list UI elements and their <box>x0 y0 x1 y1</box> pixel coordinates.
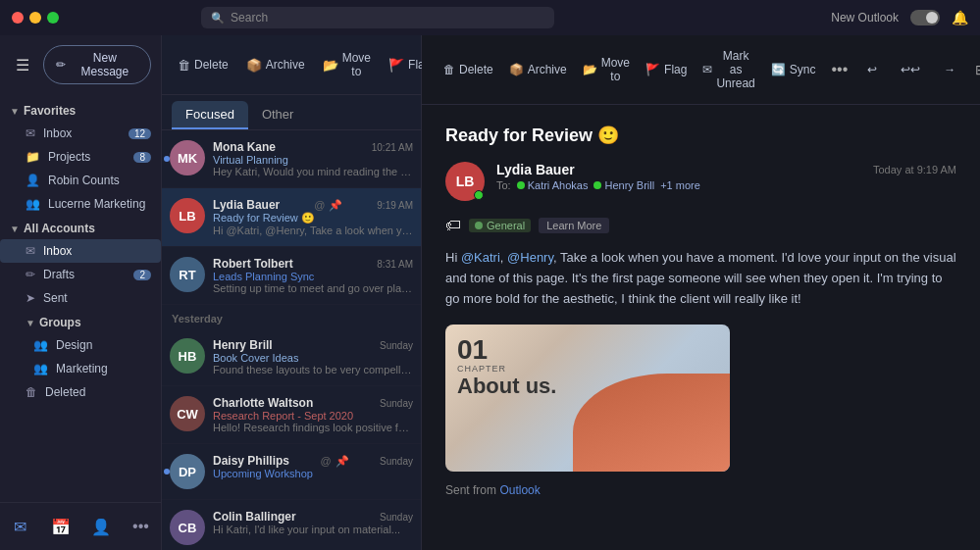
mark-unread-button[interactable]: ✉ Mark as Unread <box>696 45 760 94</box>
learn-more-button[interactable]: Learn More <box>539 218 609 233</box>
email-sender: Daisy Phillips <box>213 454 289 468</box>
email-item-colin-ballinger[interactable]: CB Colin Ballinger Sunday Hi Katri, I'd … <box>162 500 421 550</box>
sent-icon: ➤ <box>26 291 35 305</box>
email-sender: Charlotte Waltson <box>213 396 313 410</box>
email-content: Daisy Phillips @ 📌 Sunday Upcoming Works… <box>213 454 413 479</box>
sidebar-item-lucerne[interactable]: 👥 Lucerne Marketing <box>0 192 161 216</box>
marketing-label: Marketing <box>56 362 151 375</box>
email-header: Robert Tolbert 8:31 AM <box>213 257 413 271</box>
email-content: Charlotte Waltson Sunday Research Report… <box>213 396 413 433</box>
delete-email-label: Delete <box>459 63 493 76</box>
new-outlook-label: New Outlook <box>831 11 899 25</box>
mark-unread-icon: ✉ <box>702 63 712 76</box>
calendar-nav-button[interactable]: 📅 <box>45 511 77 542</box>
email-content: Mona Kane 10:21 AM Virtual Planning Hey … <box>213 140 413 177</box>
archive-button[interactable]: 📦 Archive <box>240 54 311 76</box>
email-item-daisy-phillips[interactable]: DP Daisy Phillips @ 📌 Sunday Upcoming Wo… <box>162 444 421 500</box>
email-time: 9:19 AM <box>377 200 413 211</box>
minimize-dot[interactable] <box>29 12 41 24</box>
sidebar-item-marketing[interactable]: 👥 Marketing <box>0 357 161 380</box>
notifications-icon[interactable]: 🔔 <box>952 10 968 25</box>
tab-other[interactable]: Other <box>248 101 308 129</box>
move-to-button[interactable]: 📂 Move to <box>317 47 377 82</box>
people-nav-button[interactable]: 👤 <box>85 511 117 542</box>
email-time: Sunday <box>380 456 413 467</box>
sent-from: Sent from Outlook <box>445 483 956 497</box>
favorites-section[interactable]: ▼ Favorites <box>0 98 161 122</box>
hamburger-button[interactable]: ☰ <box>10 51 35 78</box>
email-item-henry-brill[interactable]: HB Henry Brill Sunday Book Cover Ideas F… <box>162 328 421 386</box>
recipient-more: +1 more <box>660 179 700 191</box>
move-to-label: Move to <box>342 51 371 78</box>
projects-badge: 8 <box>133 152 151 163</box>
inbox-icon-main: ✉ <box>26 244 35 258</box>
reading-toolbar-right: ↩ ↩↩ → ⊞ <box>857 58 980 81</box>
sent-from-app[interactable]: Outlook <box>499 483 540 497</box>
grid-view-button[interactable]: ⊞ <box>969 58 980 81</box>
email-item-mona-kane[interactable]: MK Mona Kane 10:21 AM Virtual Planning H… <box>162 130 421 188</box>
email-preview: Hi @Katri, @Henry, Take a look when you … <box>213 225 413 236</box>
email-subject-title: Ready for Review 🙂 <box>445 125 956 146</box>
recipients-row: To: Katri Ahokas Henry Brill +1 more <box>496 179 956 191</box>
sidebar-item-robin-counts[interactable]: 👤 Robin Counts <box>0 169 161 192</box>
forward-button[interactable]: → <box>934 58 965 81</box>
maximize-dot[interactable] <box>47 12 59 24</box>
archive-icon: 📦 <box>509 63 524 76</box>
reply-all-button[interactable]: ↩↩ <box>891 58 930 81</box>
sidebar-bottom-nav: ✉ 📅 👤 ••• <box>0 502 161 550</box>
main-layout: ☰ ✏ New Message ▼ Favorites ✉ Inbox 12 📁… <box>0 35 980 550</box>
chapter-label: 01 Chapter <box>457 336 506 374</box>
delete-button[interactable]: 🗑 Delete <box>172 54 234 76</box>
mention-katri[interactable]: @Katri <box>461 250 500 265</box>
groups-section[interactable]: ▼ Groups <box>0 310 161 333</box>
lucerne-label: Lucerne Marketing <box>48 197 151 211</box>
archive-email-button[interactable]: 📦 Archive <box>503 59 573 80</box>
move-to-email-button[interactable]: 📂 Move to <box>577 52 636 87</box>
tab-focused[interactable]: Focused <box>172 101 248 129</box>
compose-icon: ✏ <box>56 58 66 72</box>
email-content: Robert Tolbert 8:31 AM Leads Planning Sy… <box>213 257 413 294</box>
sidebar-item-design[interactable]: 👥 Design <box>0 333 161 357</box>
chevron-down-icon-groups: ▼ <box>26 318 35 328</box>
mention-henry[interactable]: @Henry <box>507 250 553 265</box>
all-accounts-section[interactable]: ▼ All Accounts <box>0 216 161 239</box>
sidebar-item-sent[interactable]: ➤ Sent <box>0 286 161 310</box>
deleted-label: Deleted <box>45 385 151 399</box>
chapter-text: Chapter <box>457 364 506 374</box>
projects-label: Projects <box>48 150 126 164</box>
mail-nav-button[interactable]: ✉ <box>5 511 36 542</box>
drafts-label: Drafts <box>43 268 126 281</box>
sidebar-toolbar: ☰ ✏ New Message <box>0 35 161 94</box>
sidebar-item-projects[interactable]: 📁 Projects 8 <box>0 145 161 169</box>
sidebar-item-deleted[interactable]: 🗑 Deleted <box>0 380 161 404</box>
sync-button[interactable]: 🔄 Sync <box>765 59 822 80</box>
search-placeholder: Search <box>231 11 268 25</box>
new-message-button[interactable]: ✏ New Message <box>43 45 151 84</box>
reply-button[interactable]: ↩ <box>857 58 887 81</box>
search-bar[interactable]: 🔍 Search <box>201 7 554 28</box>
sidebar-item-inbox-fav[interactable]: ✉ Inbox 12 <box>0 122 161 145</box>
sender-initials: LB <box>456 174 475 189</box>
email-header: Henry Brill Sunday <box>213 338 413 352</box>
sidebar-item-drafts[interactable]: ✏ Drafts 2 <box>0 263 161 286</box>
flag-email-label: Flag <box>664 63 687 76</box>
theme-toggle[interactable] <box>910 10 940 25</box>
email-sender: Mona Kane <box>213 140 276 154</box>
sidebar-item-inbox[interactable]: ✉ Inbox <box>0 239 161 263</box>
email-actions: @ 📌 <box>320 455 348 468</box>
online-dot <box>517 181 525 189</box>
email-item-charlotte-waltson[interactable]: CW Charlotte Waltson Sunday Research Rep… <box>162 386 421 444</box>
email-header: Daisy Phillips @ 📌 Sunday <box>213 454 413 468</box>
more-nav-button[interactable]: ••• <box>126 511 157 542</box>
delete-email-button[interactable]: 🗑 Delete <box>438 59 499 80</box>
flag-email-button[interactable]: 🚩 Flag <box>640 59 693 80</box>
email-attachment: 01 Chapter About us. <box>445 325 730 472</box>
drafts-icon: ✏ <box>26 268 35 281</box>
close-dot[interactable] <box>12 12 24 24</box>
email-item-lydia-bauer[interactable]: LB Lydia Bauer @ 📌 9:19 AM Ready for Rev… <box>162 188 421 247</box>
more-options-button[interactable]: ••• <box>825 57 853 82</box>
email-time: Sunday <box>380 398 413 409</box>
email-sender: Lydia Bauer <box>213 198 280 212</box>
email-item-robert-tolbert[interactable]: RT Robert Tolbert 8:31 AM Leads Planning… <box>162 247 421 305</box>
email-list: 🗑 Delete 📦 Archive 📂 Move to 🚩 Flag ≡ ↕ … <box>162 35 422 550</box>
